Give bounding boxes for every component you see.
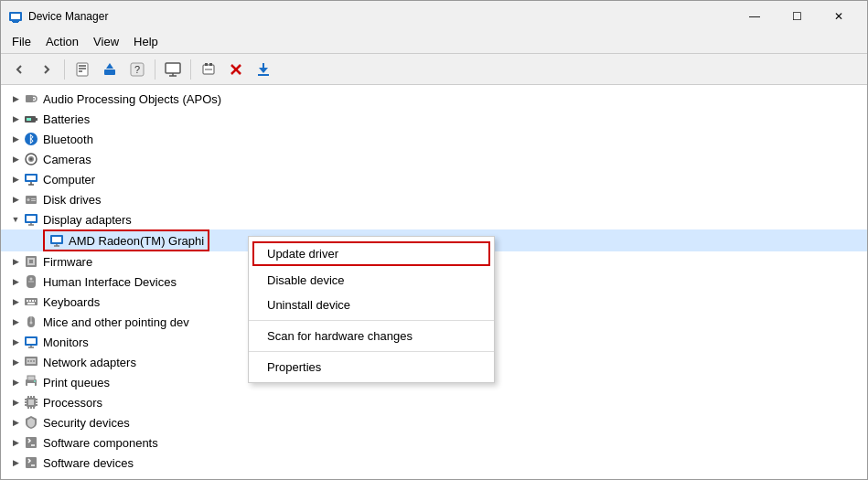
icon-disk (23, 191, 39, 208)
svg-rect-76 (27, 376, 35, 380)
window-controls: — ☐ ✕ (734, 5, 860, 28)
icon-monitors (23, 334, 39, 350)
maximize-button[interactable]: ☐ (776, 5, 818, 28)
expand-arrow-amd (28, 233, 43, 248)
tree-item-disk-drives[interactable]: ▶ Disk drives (1, 189, 867, 209)
minimize-button[interactable]: — (734, 5, 776, 28)
ctx-disable-label: Disable device (267, 273, 345, 287)
tree-item-security[interactable]: ▶ Security devices (1, 412, 867, 432)
tree-item-bluetooth[interactable]: ▶ ᛒ Bluetooth (1, 129, 867, 149)
svg-rect-60 (32, 300, 34, 302)
help-button[interactable]: ? (124, 58, 150, 81)
icon-computer (23, 171, 39, 187)
tree-item-processors[interactable]: ▶ (1, 392, 867, 412)
svg-point-74 (33, 360, 35, 362)
toolbar-separator-2 (155, 59, 155, 80)
icon-network (23, 354, 39, 370)
ctx-disable-device[interactable]: Disable device (249, 268, 494, 293)
menu-view[interactable]: View (86, 32, 126, 51)
svg-rect-93 (26, 437, 37, 448)
expand-arrow-processors[interactable]: ▶ (8, 395, 23, 410)
expand-arrow-print[interactable]: ▶ (8, 375, 23, 389)
label-batteries: Batteries (43, 112, 90, 126)
ctx-update-driver-label: Update driver (267, 247, 338, 261)
toolbar: ? (1, 54, 867, 85)
expand-arrow-bluetooth[interactable]: ▶ (8, 132, 23, 146)
tree-item-computer[interactable]: ▶ Computer (1, 169, 867, 189)
icon-batteries (23, 111, 39, 127)
icon-security (23, 414, 39, 431)
title-bar-left: Device Manager (8, 9, 108, 24)
svg-rect-12 (166, 63, 180, 73)
expand-arrow-keyboards[interactable]: ▶ (8, 294, 23, 309)
label-processors: Processors (43, 396, 102, 410)
label-display-adapters: Display adapters (43, 213, 132, 227)
expand-arrow-mice[interactable]: ▶ (8, 315, 23, 329)
tree-item-display-adapters[interactable]: ▼ Display adapters (1, 209, 867, 229)
expand-arrow-disk[interactable]: ▶ (8, 192, 23, 207)
menu-help[interactable]: Help (126, 32, 166, 51)
svg-point-78 (34, 380, 36, 382)
expand-arrow-apo[interactable]: ▶ (8, 91, 23, 106)
svg-point-40 (27, 198, 30, 201)
remove-button[interactable] (223, 58, 249, 81)
expand-arrow-display[interactable]: ▼ (8, 212, 23, 227)
expand-arrow-security[interactable]: ▶ (8, 415, 23, 430)
tree-item-apo[interactable]: ▶ Audio Processing Objects (APOs) (1, 89, 867, 109)
context-menu: Update driver Disable device Uninstall d… (248, 236, 495, 383)
tree-item-batteries[interactable]: ▶ Batteries (1, 109, 867, 129)
svg-rect-95 (26, 457, 37, 468)
expand-arrow-hid[interactable]: ▶ (8, 274, 23, 289)
svg-rect-4 (77, 63, 88, 76)
expand-arrow-cameras[interactable]: ▶ (8, 152, 23, 166)
expand-arrow-sw-devices[interactable]: ▶ (8, 455, 23, 470)
ctx-separator-2 (249, 351, 494, 352)
icon-apo (23, 91, 39, 107)
expand-arrow-firmware[interactable]: ▶ (8, 254, 23, 269)
ctx-scan-label: Scan for hardware changes (267, 329, 413, 343)
label-hid: Human Interface Devices (43, 275, 177, 289)
display-button[interactable] (160, 58, 186, 81)
tree-item-software-components[interactable]: ▶ Software components (1, 432, 867, 453)
ctx-scan-changes[interactable]: Scan for hardware changes (249, 324, 494, 348)
label-mice: Mice and other pointing dev (43, 315, 189, 329)
update-driver-button[interactable] (97, 58, 123, 81)
icon-firmware (23, 253, 39, 270)
expand-arrow-computer[interactable]: ▶ (8, 172, 23, 187)
ctx-update-driver[interactable]: Update driver (252, 241, 490, 266)
ctx-uninstall-device[interactable]: Uninstall device (249, 293, 494, 317)
svg-rect-16 (205, 63, 208, 66)
label-print: Print queues (43, 376, 110, 389)
icon-software-components (23, 434, 39, 451)
label-monitors: Monitors (43, 336, 89, 349)
close-button[interactable]: ✕ (818, 5, 860, 28)
svg-rect-80 (28, 400, 34, 405)
svg-rect-48 (52, 237, 61, 242)
properties-button[interactable] (70, 58, 95, 81)
forward-button[interactable] (34, 58, 59, 81)
icon-bluetooth: ᛒ (23, 131, 39, 147)
menu-bar: File Action View Help (1, 30, 867, 54)
svg-rect-44 (27, 216, 36, 221)
label-amd-radeon: AMD Radeon(TM) Graphi (69, 234, 204, 248)
scan-button[interactable] (196, 58, 221, 81)
svg-marker-9 (106, 63, 113, 69)
expand-arrow-monitors[interactable]: ▶ (8, 335, 23, 349)
expand-arrow-network[interactable]: ▶ (8, 355, 23, 369)
ctx-properties[interactable]: Properties (249, 355, 494, 379)
icon-keyboards (23, 293, 39, 310)
svg-rect-62 (27, 303, 35, 304)
svg-rect-2 (12, 21, 19, 22)
expand-arrow-batteries[interactable]: ▶ (8, 112, 23, 126)
expand-arrow-sw-components[interactable]: ▶ (8, 435, 23, 450)
menu-action[interactable]: Action (38, 32, 86, 51)
svg-rect-61 (35, 300, 36, 302)
back-button[interactable] (6, 58, 32, 81)
tree-item-software-devices[interactable]: ▶ Software devices (1, 453, 867, 473)
menu-file[interactable]: File (5, 32, 38, 51)
icon-cameras (23, 151, 39, 167)
svg-text:ᛒ: ᛒ (28, 133, 35, 144)
download-button[interactable] (251, 58, 276, 81)
tree-item-cameras[interactable]: ▶ Cameras (1, 149, 867, 169)
icon-hid (23, 273, 39, 290)
